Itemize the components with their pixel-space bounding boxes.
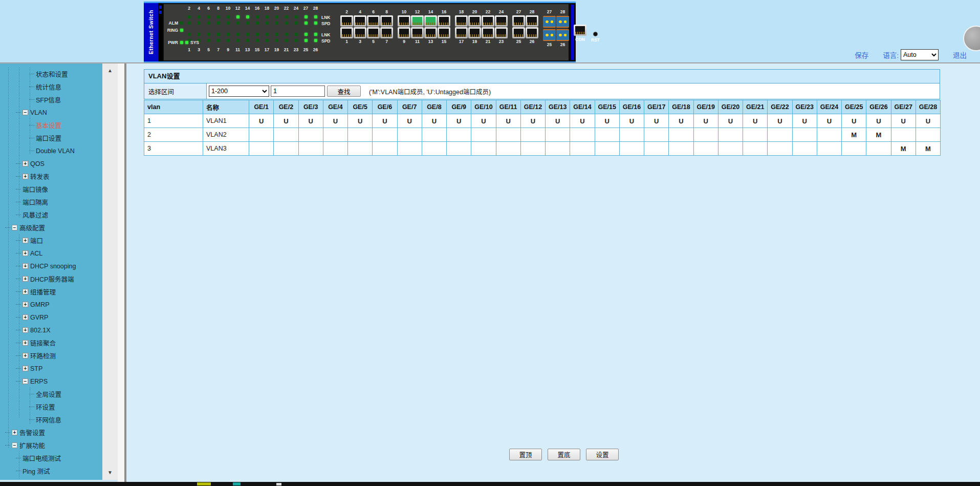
led-cell [311,15,320,18]
sidebar-scrollbar[interactable]: ▲ ▼ [102,64,118,480]
language-select[interactable]: Auto [901,49,939,60]
tree-collapse-icon[interactable]: − [12,225,17,230]
reset-button[interactable]: RST [591,32,600,43]
sidebar-item[interactable]: Double VLAN [0,144,102,157]
tree-expand-icon[interactable]: + [23,327,28,333]
scroll-down-icon[interactable]: ▼ [102,467,118,479]
port-membership-cell [792,128,817,142]
sidebar-item[interactable]: +组播管理 [0,285,102,298]
tree-expand-icon[interactable]: + [23,340,28,346]
move-top-button[interactable]: 置顶 [509,449,542,460]
tree-collapse-icon[interactable]: − [23,110,28,115]
sidebar-item[interactable]: Ping 测试 [0,464,102,477]
rj45-port [354,15,366,27]
tree-expand-icon[interactable]: + [12,430,17,435]
tree-expand-icon[interactable]: + [23,238,28,243]
status-led [304,22,308,25]
port-number-label: 19 [468,39,481,45]
tree-expand-icon[interactable]: + [23,161,28,166]
port-membership-cell [891,128,916,142]
tree-collapse-icon[interactable]: − [23,378,28,384]
sidebar-item[interactable]: +端口 [0,234,102,247]
sfp-port [556,29,569,41]
sidebar-item[interactable]: 统计信息 [0,80,102,93]
sidebar-item[interactable]: +DHCP服务器端 [0,272,102,285]
status-led [227,15,230,18]
sidebar-item[interactable]: 基本设置 [0,119,102,132]
status-led [185,41,188,44]
save-link[interactable]: 保存 [855,50,868,60]
sidebar-item-label: 状态和设置 [36,69,68,79]
sidebar-item[interactable]: +802.1X [0,324,102,336]
reset-button-dot[interactable] [593,32,598,36]
sidebar-item[interactable]: −高级配置 [0,221,102,234]
led-cell [291,15,301,18]
tree-expand-icon[interactable]: + [23,302,28,307]
scroll-up-icon[interactable]: ▲ [102,65,118,77]
tree-connector [16,163,21,164]
sidebar-item[interactable]: 端口镜像 [0,183,102,196]
search-button[interactable]: 查找 [327,86,361,97]
led-cell [213,39,223,42]
status-led [285,39,288,42]
port-membership-cell: U [422,114,446,128]
tree-expand-icon[interactable]: + [23,289,28,294]
frame-gap [118,64,124,482]
status-led [295,39,298,42]
port-membership-cell [298,142,323,156]
port-membership-cell: U [743,114,768,128]
port-number-label: 6 [204,6,213,11]
sidebar-item[interactable]: 端口电缆测试 [0,452,102,464]
led-cell [311,22,320,25]
move-bottom-button[interactable]: 置底 [548,449,580,460]
tree-expand-icon[interactable]: + [23,263,28,269]
tree-expand-icon[interactable]: + [23,314,28,320]
led-cell [184,15,194,18]
tree-expand-icon[interactable]: + [23,366,28,371]
led-matrix-row [184,22,320,25]
tree-expand-icon[interactable]: + [23,353,28,358]
port-number-label: 17 [455,39,468,45]
sidebar-item[interactable]: +DHCP snooping [0,260,102,272]
apply-button[interactable]: 设置 [586,449,619,460]
sidebar-item[interactable]: +链接聚合 [0,336,102,349]
rj45-port [526,27,538,38]
sidebar-item[interactable]: 端口设置 [0,132,102,144]
tree-collapse-icon[interactable]: − [12,442,17,448]
port-membership-cell [471,128,496,142]
sidebar-item[interactable]: 环网信息 [0,413,102,426]
range-select[interactable]: 1-200 [209,86,269,97]
vlan-search-input[interactable] [271,86,325,97]
port-membership-cell: U [817,114,841,128]
port-membership-cell [373,142,397,156]
sidebar-item[interactable]: +STP [0,362,102,375]
sidebar-item[interactable]: +告警设置 [0,426,102,439]
floating-scroll-button[interactable] [963,26,980,51]
sidebar-item[interactable]: +GMRP [0,298,102,311]
tree-expand-icon[interactable]: + [23,174,28,179]
sidebar-item[interactable]: SFP信息 [0,93,102,106]
sidebar-item[interactable]: +环路检测 [0,349,102,362]
sidebar-item[interactable]: +转发表 [0,170,102,183]
tree-expand-icon[interactable]: + [23,250,28,256]
sidebar-item[interactable]: −扩展功能 [0,439,102,452]
led-cell [262,39,272,42]
logout-link[interactable]: 退出 [953,50,967,60]
sidebar-item[interactable]: +QOS [0,157,102,170]
port-membership-cell [718,128,743,142]
tree-expand-icon[interactable]: + [23,276,28,282]
sidebar-item[interactable]: 状态和设置 [0,68,102,80]
sidebar-item[interactable]: 环设置 [0,400,102,413]
led-cell [243,39,252,42]
sidebar-item[interactable]: −VLAN [0,106,102,119]
sidebar-item[interactable]: −ERPS [0,375,102,388]
led-cell [184,33,194,36]
sidebar-item[interactable]: +ACL [0,247,102,260]
status-led [295,15,298,18]
sidebar-item[interactable]: +GVRP [0,311,102,324]
rj45-port [438,27,450,38]
sidebar-item[interactable]: 全局设置 [0,388,102,400]
rj45-port [340,27,353,38]
sidebar-item[interactable]: 端口隔离 [0,196,102,208]
sidebar-item[interactable]: 风暴过滤 [0,208,102,221]
